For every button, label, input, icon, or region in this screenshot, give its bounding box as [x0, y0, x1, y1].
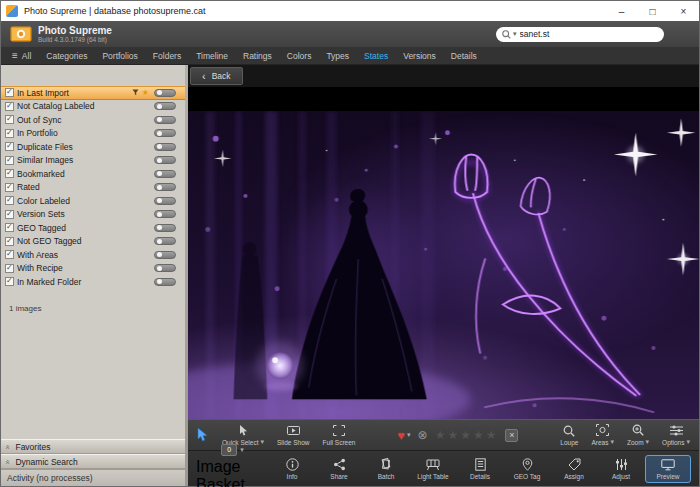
- checkbox-icon[interactable]: ✓: [5, 102, 14, 111]
- dropdown-icon[interactable]: ▾: [240, 446, 244, 454]
- checkbox-icon[interactable]: ✓: [5, 142, 14, 151]
- action-light-table[interactable]: Light Table: [410, 455, 456, 483]
- filter-row-rated[interactable]: ✓Rated: [1, 181, 185, 195]
- filter-row-with-recipe[interactable]: ✓With Recipe: [1, 262, 185, 276]
- filter-row-version-sets[interactable]: ✓Version Sets: [1, 208, 185, 222]
- filter-row-not-geo-tagged[interactable]: ✓Not GEO Tagged: [1, 235, 185, 249]
- zoom-button[interactable]: Zoom▾: [627, 424, 649, 446]
- checkbox-icon[interactable]: ✓: [5, 156, 14, 165]
- filter-row-similar-images[interactable]: ✓Similar Images: [1, 154, 185, 168]
- loupe-icon: [563, 425, 575, 437]
- tab-versions[interactable]: Versions: [403, 51, 436, 61]
- count-pill: [154, 89, 176, 97]
- bottom-action-bar: 0 ▾ Image Basket Info Share: [188, 450, 699, 486]
- checkbox-icon[interactable]: ✓: [5, 277, 14, 286]
- star-rating-control[interactable]: ★★★★★: [435, 429, 499, 441]
- image-basket-button[interactable]: 0 ▾ Image Basket: [196, 444, 269, 487]
- count-pill: [154, 210, 176, 218]
- action-assign[interactable]: Assign: [551, 454, 597, 483]
- checkbox-icon[interactable]: ✓: [5, 250, 14, 259]
- tab-all[interactable]: ≡All: [12, 51, 31, 61]
- filter-row-geo-tagged[interactable]: ✓GEO Tagged: [1, 221, 185, 235]
- dropdown-icon: ▾: [610, 438, 614, 446]
- checkbox-icon[interactable]: ✓: [5, 223, 14, 232]
- geo-pin-icon: [522, 458, 533, 471]
- checkbox-icon[interactable]: ✓: [5, 88, 14, 97]
- tab-portfolios[interactable]: Portfolios: [102, 51, 137, 61]
- filter-row-in-last-import[interactable]: ✓ In Last Import ★: [1, 86, 185, 100]
- search-box[interactable]: ▾: [496, 27, 664, 42]
- checkbox-icon[interactable]: ✓: [5, 196, 14, 205]
- checkbox-icon[interactable]: ✓: [5, 169, 14, 178]
- action-share[interactable]: Share: [316, 454, 362, 483]
- viewer-back-bar: ‹ Back: [188, 65, 699, 87]
- areas-button[interactable]: Areas▾: [591, 424, 614, 446]
- filter-row-not-catalog-labeled[interactable]: ✓Not Catalog Labeled: [1, 100, 185, 114]
- checkbox-icon[interactable]: ✓: [5, 183, 14, 192]
- heart-icon: ♥: [397, 429, 405, 442]
- loupe-button[interactable]: Loupe: [560, 425, 578, 446]
- action-geo-tag[interactable]: GEO Tag: [504, 454, 550, 483]
- activity-status-bar[interactable]: Activity (no processes): [1, 469, 185, 486]
- checkbox-icon[interactable]: ✓: [5, 210, 14, 219]
- clear-rating-button[interactable]: ×: [505, 429, 518, 442]
- photo-stage[interactable]: [188, 87, 699, 419]
- tab-ratings[interactable]: Ratings: [243, 51, 272, 61]
- back-button[interactable]: ‹ Back: [190, 67, 243, 85]
- maximize-button[interactable]: □: [637, 1, 668, 21]
- dropdown-icon: ▾: [686, 438, 690, 446]
- filter-row-duplicate-files[interactable]: ✓Duplicate Files: [1, 140, 185, 154]
- main-nav: ≡All Categories Portfolios Folders Timel…: [1, 47, 699, 65]
- count-pill: [154, 129, 176, 137]
- dynamic-search-panel-header[interactable]: » Dynamic Search: [1, 454, 185, 469]
- checkbox-icon[interactable]: ✓: [5, 237, 14, 246]
- photo-artwork: [188, 111, 699, 419]
- filter-row-in-portfolio[interactable]: ✓In Portfolio: [1, 127, 185, 141]
- app-name: Photo Supreme: [38, 25, 112, 36]
- filter-row-in-marked-folder[interactable]: ✓In Marked Folder: [1, 275, 185, 289]
- filter-row-with-areas[interactable]: ✓With Areas: [1, 248, 185, 262]
- close-button[interactable]: ×: [668, 1, 699, 21]
- search-input[interactable]: [520, 29, 658, 39]
- tab-states[interactable]: States: [364, 51, 388, 61]
- action-info[interactable]: Info: [269, 454, 315, 483]
- filter-row-bookmarked[interactable]: ✓Bookmarked: [1, 167, 185, 181]
- action-batch[interactable]: Batch: [363, 454, 409, 483]
- action-details[interactable]: Details: [457, 454, 503, 483]
- count-pill: [154, 183, 176, 191]
- options-button[interactable]: Options▾: [662, 424, 690, 446]
- cursor-icon: [239, 425, 248, 436]
- tab-details[interactable]: Details: [451, 51, 477, 61]
- batch-icon: [379, 458, 393, 471]
- reject-button[interactable]: ⊗: [418, 429, 428, 441]
- checkbox-icon[interactable]: ✓: [5, 129, 14, 138]
- slideshow-icon: [287, 426, 300, 436]
- face-areas-icon: [596, 424, 609, 436]
- full-screen-button[interactable]: Full Screen: [323, 425, 356, 446]
- count-pill: [154, 224, 176, 232]
- photo-supreme-logo-icon: [10, 25, 32, 43]
- info-icon: [286, 458, 299, 471]
- favorite-heart-button[interactable]: ♥▾: [397, 429, 410, 442]
- count-pill: [154, 143, 176, 151]
- minimize-button[interactable]: –: [606, 1, 637, 21]
- checkbox-icon[interactable]: ✓: [5, 115, 14, 124]
- tab-colors[interactable]: Colors: [287, 51, 312, 61]
- tab-categories[interactable]: Categories: [46, 51, 87, 61]
- favorites-panel-header[interactable]: » Favorites: [1, 439, 185, 454]
- tab-timeline[interactable]: Timeline: [196, 51, 228, 61]
- action-preview[interactable]: Preview: [645, 455, 691, 483]
- app-build: Build 4.3.0.1749 (64 bit): [38, 36, 112, 43]
- checkbox-icon[interactable]: ✓: [5, 264, 14, 273]
- tab-types[interactable]: Types: [326, 51, 349, 61]
- filter-row-color-labeled[interactable]: ✓Color Labeled: [1, 194, 185, 208]
- action-adjust[interactable]: Adjust: [598, 454, 644, 483]
- select-cursor-icon[interactable]: [197, 428, 209, 442]
- image-viewer: ‹ Back: [188, 65, 699, 486]
- count-pill: [154, 116, 176, 124]
- search-dropdown-icon[interactable]: ▾: [513, 30, 517, 38]
- tab-folders[interactable]: Folders: [153, 51, 181, 61]
- app-icon: [6, 5, 18, 17]
- slide-show-button[interactable]: Slide Show: [277, 425, 310, 446]
- filter-row-out-of-sync[interactable]: ✓Out of Sync: [1, 113, 185, 127]
